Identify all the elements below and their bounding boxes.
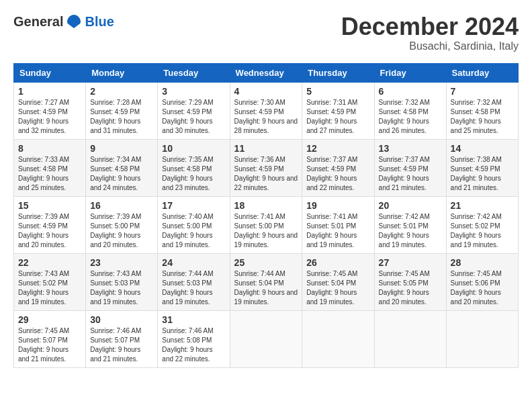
day-info: Sunrise: 7:44 AMSunset: 5:03 PMDaylight:… xyxy=(162,269,225,307)
calendar-cell: 22Sunrise: 7:43 AMSunset: 5:02 PMDayligh… xyxy=(14,253,86,310)
day-info: Sunrise: 7:30 AMSunset: 4:59 PMDaylight:… xyxy=(234,98,298,136)
calendar-cell: 9Sunrise: 7:34 AMSunset: 4:58 PMDaylight… xyxy=(86,139,158,196)
day-number: 14 xyxy=(451,143,514,154)
calendar-cell: 18Sunrise: 7:41 AMSunset: 5:00 PMDayligh… xyxy=(230,196,302,253)
day-number: 29 xyxy=(18,314,81,325)
day-number: 5 xyxy=(306,86,369,97)
calendar-header-wednesday: Wednesday xyxy=(230,63,302,82)
day-number: 22 xyxy=(18,257,81,268)
day-number: 20 xyxy=(379,200,442,211)
calendar-cell: 24Sunrise: 7:44 AMSunset: 5:03 PMDayligh… xyxy=(158,253,230,310)
day-number: 11 xyxy=(234,143,298,154)
day-info: Sunrise: 7:32 AMSunset: 4:58 PMDaylight:… xyxy=(379,98,442,136)
logo-general-text: General xyxy=(13,14,63,30)
calendar-cell xyxy=(446,310,518,367)
day-number: 26 xyxy=(306,257,369,268)
day-number: 31 xyxy=(162,314,225,325)
calendar-cell: 3Sunrise: 7:29 AMSunset: 4:59 PMDaylight… xyxy=(158,82,230,139)
calendar-header-monday: Monday xyxy=(86,63,158,82)
day-number: 28 xyxy=(451,257,514,268)
day-info: Sunrise: 7:40 AMSunset: 5:00 PMDaylight:… xyxy=(162,212,225,250)
calendar-cell: 5Sunrise: 7:31 AMSunset: 4:59 PMDaylight… xyxy=(302,82,374,139)
day-number: 16 xyxy=(90,200,153,211)
calendar-week-row: 22Sunrise: 7:43 AMSunset: 5:02 PMDayligh… xyxy=(14,253,519,310)
day-number: 17 xyxy=(162,200,225,211)
day-info: Sunrise: 7:45 AMSunset: 5:06 PMDaylight:… xyxy=(451,269,514,307)
title-area: December 2024 Busachi, Sardinia, Italy xyxy=(341,13,519,52)
day-info: Sunrise: 7:39 AMSunset: 4:59 PMDaylight:… xyxy=(18,212,81,250)
day-number: 13 xyxy=(379,143,442,154)
calendar-header-sunday: Sunday xyxy=(14,63,86,82)
calendar-cell xyxy=(374,310,446,367)
day-number: 24 xyxy=(162,257,225,268)
calendar-week-row: 8Sunrise: 7:33 AMSunset: 4:58 PMDaylight… xyxy=(14,139,519,196)
day-info: Sunrise: 7:35 AMSunset: 4:58 PMDaylight:… xyxy=(162,155,225,193)
day-info: Sunrise: 7:31 AMSunset: 4:59 PMDaylight:… xyxy=(306,98,369,136)
logo: General Blue xyxy=(13,13,114,30)
day-info: Sunrise: 7:27 AMSunset: 4:59 PMDaylight:… xyxy=(18,98,81,136)
day-number: 4 xyxy=(234,86,298,97)
calendar-table: SundayMondayTuesdayWednesdayThursdayFrid… xyxy=(13,63,519,368)
calendar-cell: 29Sunrise: 7:45 AMSunset: 5:07 PMDayligh… xyxy=(14,310,86,367)
calendar-week-row: 29Sunrise: 7:45 AMSunset: 5:07 PMDayligh… xyxy=(14,310,519,367)
calendar-cell: 19Sunrise: 7:41 AMSunset: 5:01 PMDayligh… xyxy=(302,196,374,253)
calendar-week-row: 15Sunrise: 7:39 AMSunset: 4:59 PMDayligh… xyxy=(14,196,519,253)
day-number: 8 xyxy=(18,143,81,154)
calendar-cell: 26Sunrise: 7:45 AMSunset: 5:04 PMDayligh… xyxy=(302,253,374,310)
day-number: 3 xyxy=(162,86,225,97)
calendar-cell: 1Sunrise: 7:27 AMSunset: 4:59 PMDaylight… xyxy=(14,82,86,139)
day-number: 21 xyxy=(451,200,514,211)
day-info: Sunrise: 7:41 AMSunset: 5:00 PMDaylight:… xyxy=(234,212,298,250)
day-info: Sunrise: 7:43 AMSunset: 5:03 PMDaylight:… xyxy=(90,269,153,307)
day-number: 19 xyxy=(306,200,369,211)
calendar-cell: 2Sunrise: 7:28 AMSunset: 4:59 PMDaylight… xyxy=(86,82,158,139)
calendar-cell: 13Sunrise: 7:37 AMSunset: 4:59 PMDayligh… xyxy=(374,139,446,196)
day-info: Sunrise: 7:44 AMSunset: 5:04 PMDaylight:… xyxy=(234,269,298,307)
day-number: 12 xyxy=(306,143,369,154)
calendar-cell: 27Sunrise: 7:45 AMSunset: 5:05 PMDayligh… xyxy=(374,253,446,310)
calendar-header-row: SundayMondayTuesdayWednesdayThursdayFrid… xyxy=(14,63,519,82)
day-number: 7 xyxy=(451,86,514,97)
day-number: 27 xyxy=(379,257,442,268)
calendar-cell: 20Sunrise: 7:42 AMSunset: 5:01 PMDayligh… xyxy=(374,196,446,253)
month-title: December 2024 xyxy=(341,13,519,40)
calendar-cell: 28Sunrise: 7:45 AMSunset: 5:06 PMDayligh… xyxy=(446,253,518,310)
day-info: Sunrise: 7:36 AMSunset: 4:59 PMDaylight:… xyxy=(234,155,298,193)
calendar-week-row: 1Sunrise: 7:27 AMSunset: 4:59 PMDaylight… xyxy=(14,82,519,139)
day-number: 18 xyxy=(234,200,298,211)
day-number: 25 xyxy=(234,257,298,268)
day-info: Sunrise: 7:29 AMSunset: 4:59 PMDaylight:… xyxy=(162,98,225,136)
day-info: Sunrise: 7:37 AMSunset: 4:59 PMDaylight:… xyxy=(306,155,369,193)
day-info: Sunrise: 7:46 AMSunset: 5:07 PMDaylight:… xyxy=(90,326,153,364)
calendar-cell: 7Sunrise: 7:32 AMSunset: 4:58 PMDaylight… xyxy=(446,82,518,139)
day-info: Sunrise: 7:45 AMSunset: 5:04 PMDaylight:… xyxy=(306,269,369,307)
day-number: 2 xyxy=(90,86,153,97)
location-subtitle: Busachi, Sardinia, Italy xyxy=(341,40,519,52)
calendar-cell: 15Sunrise: 7:39 AMSunset: 4:59 PMDayligh… xyxy=(14,196,86,253)
day-info: Sunrise: 7:39 AMSunset: 5:00 PMDaylight:… xyxy=(90,212,153,250)
calendar-header-tuesday: Tuesday xyxy=(158,63,230,82)
calendar-header-thursday: Thursday xyxy=(302,63,374,82)
calendar-cell: 17Sunrise: 7:40 AMSunset: 5:00 PMDayligh… xyxy=(158,196,230,253)
logo-blue-text: Blue xyxy=(85,14,114,30)
calendar-cell: 23Sunrise: 7:43 AMSunset: 5:03 PMDayligh… xyxy=(86,253,158,310)
calendar-cell: 30Sunrise: 7:46 AMSunset: 5:07 PMDayligh… xyxy=(86,310,158,367)
calendar-cell: 16Sunrise: 7:39 AMSunset: 5:00 PMDayligh… xyxy=(86,196,158,253)
page-header: General Blue December 2024 Busachi, Sard… xyxy=(13,13,519,52)
calendar-cell: 6Sunrise: 7:32 AMSunset: 4:58 PMDaylight… xyxy=(374,82,446,139)
day-number: 9 xyxy=(90,143,153,154)
day-number: 23 xyxy=(90,257,153,268)
day-info: Sunrise: 7:45 AMSunset: 5:07 PMDaylight:… xyxy=(18,326,81,364)
day-info: Sunrise: 7:28 AMSunset: 4:59 PMDaylight:… xyxy=(90,98,153,136)
calendar-header-saturday: Saturday xyxy=(446,63,518,82)
calendar-cell: 14Sunrise: 7:38 AMSunset: 4:59 PMDayligh… xyxy=(446,139,518,196)
day-info: Sunrise: 7:34 AMSunset: 4:58 PMDaylight:… xyxy=(90,155,153,193)
day-info: Sunrise: 7:32 AMSunset: 4:58 PMDaylight:… xyxy=(451,98,514,136)
calendar-cell: 8Sunrise: 7:33 AMSunset: 4:58 PMDaylight… xyxy=(14,139,86,196)
calendar-header-friday: Friday xyxy=(374,63,446,82)
logo-icon xyxy=(66,13,82,30)
calendar-cell: 12Sunrise: 7:37 AMSunset: 4:59 PMDayligh… xyxy=(302,139,374,196)
day-info: Sunrise: 7:33 AMSunset: 4:58 PMDaylight:… xyxy=(18,155,81,193)
calendar-cell xyxy=(302,310,374,367)
calendar-cell: 11Sunrise: 7:36 AMSunset: 4:59 PMDayligh… xyxy=(230,139,302,196)
